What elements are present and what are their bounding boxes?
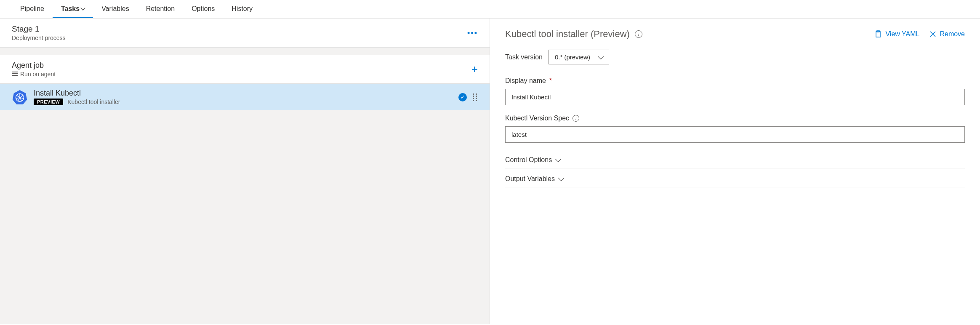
control-options-section[interactable]: Control Options: [505, 152, 965, 168]
right-pane: Kubectl tool installer (Preview) i View …: [490, 19, 980, 324]
version-spec-input[interactable]: [505, 126, 965, 143]
agent-job-row[interactable]: Agent job Run on agent +: [0, 55, 490, 84]
task-version-label: Task version: [505, 53, 543, 61]
tab-retention[interactable]: Retention: [138, 0, 184, 18]
chevron-down-icon: [80, 5, 85, 10]
clipboard-icon: [874, 30, 882, 38]
left-pane: Stage 1 Deployment process ••• Agent job…: [0, 19, 490, 324]
tab-variables[interactable]: Variables: [93, 0, 138, 18]
svg-rect-10: [876, 32, 880, 37]
more-icon[interactable]: •••: [467, 29, 478, 37]
task-description: Kubectl tool installer: [67, 99, 120, 105]
output-variables-section[interactable]: Output Variables: [505, 171, 965, 187]
display-name-input[interactable]: [505, 89, 965, 105]
info-icon[interactable]: i: [635, 30, 642, 38]
output-variables-label: Output Variables: [505, 175, 555, 183]
task-version-select[interactable]: 0.* (preview): [549, 50, 609, 64]
stage-row[interactable]: Stage 1 Deployment process •••: [0, 19, 490, 48]
check-icon: ✓: [458, 93, 467, 101]
main-content: Stage 1 Deployment process ••• Agent job…: [0, 19, 980, 324]
display-name-label: Display name: [505, 77, 546, 85]
task-title: Install Kubectl: [34, 89, 453, 98]
stage-subtitle: Deployment process: [12, 35, 66, 41]
remove-label: Remove: [940, 30, 965, 38]
chevron-down-icon: [558, 175, 564, 181]
remove-button[interactable]: Remove: [929, 30, 965, 38]
top-tabs: Pipeline Tasks Variables Retention Optio…: [0, 0, 980, 19]
tab-tasks-label: Tasks: [61, 5, 80, 13]
chevron-down-icon: [555, 156, 561, 162]
task-row[interactable]: Install Kubectl PREVIEW Kubectl tool ins…: [0, 84, 490, 110]
detail-title: Kubectl tool installer (Preview): [505, 29, 630, 40]
server-icon: [12, 72, 18, 77]
tab-options[interactable]: Options: [183, 0, 223, 18]
tab-pipeline[interactable]: Pipeline: [12, 0, 53, 18]
task-version-value: 0.* (preview): [555, 53, 590, 61]
control-options-label: Control Options: [505, 156, 552, 164]
tab-tasks[interactable]: Tasks: [53, 0, 93, 18]
close-icon: [929, 31, 936, 37]
agent-job-title: Agent job: [12, 61, 56, 70]
view-yaml-label: View YAML: [885, 30, 919, 38]
version-spec-label: Kubectl Version Spec: [505, 115, 569, 122]
agent-job-subtitle: Run on agent: [20, 71, 56, 77]
chevron-down-icon: [598, 53, 604, 59]
stage-title: Stage 1: [12, 24, 66, 34]
add-task-button[interactable]: +: [471, 63, 478, 76]
detail-header: Kubectl tool installer (Preview) i View …: [505, 29, 965, 40]
view-yaml-button[interactable]: View YAML: [874, 30, 919, 38]
required-indicator: *: [549, 77, 552, 85]
drag-handle-icon[interactable]: [473, 93, 478, 101]
info-icon[interactable]: i: [573, 115, 579, 122]
kubernetes-icon: [12, 89, 28, 105]
preview-badge: PREVIEW: [34, 99, 63, 105]
tab-history[interactable]: History: [223, 0, 261, 18]
